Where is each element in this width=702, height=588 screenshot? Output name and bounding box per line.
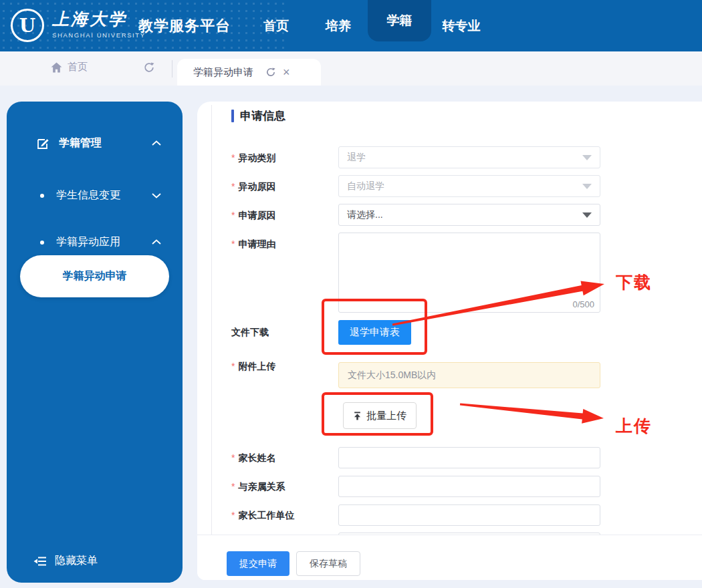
breadcrumb-home[interactable]: 首页 (51, 61, 88, 74)
sidebar-group-student-status-management[interactable]: 学籍管理 (7, 136, 183, 150)
caret-down-icon (582, 212, 592, 218)
content-area: 学籍管理 学生信息变更 学籍异动应用 学籍异动申请 (0, 86, 702, 588)
chevron-up-icon (152, 239, 161, 245)
bullet-icon (40, 194, 44, 198)
nav-item-home[interactable]: 首页 (256, 0, 296, 51)
tab-label: 学籍异动申请 (193, 66, 253, 79)
change-category-value: 退学 (347, 152, 582, 164)
field-label-file-download: 文件下载 (231, 325, 338, 339)
document-edit-icon (36, 137, 49, 150)
home-icon (51, 62, 62, 73)
required-marker: * (231, 481, 235, 492)
change-reason-select: 自动退学 (338, 175, 600, 197)
parent-name-input[interactable] (338, 447, 600, 468)
breadcrumb-home-label: 首页 (68, 61, 88, 74)
field-label-parent-employer: *家长工作单位 (231, 508, 338, 522)
application-statement-textarea[interactable] (339, 233, 600, 297)
change-category-select: 退学 (338, 146, 600, 168)
required-marker: * (231, 239, 235, 249)
nav-item-change-major[interactable]: 转专业 (433, 0, 489, 51)
save-draft-button[interactable]: 保存草稿 (296, 551, 360, 576)
sidebar: 学籍管理 学生信息变更 学籍异动应用 学籍异动申请 (7, 102, 183, 583)
logo-letter: U (19, 15, 35, 37)
application-reason-select[interactable]: 请选择... (338, 204, 600, 226)
nav-item-student-status-active[interactable]: 学籍 (368, 0, 431, 41)
submit-application-button[interactable]: 提交申请 (227, 551, 289, 576)
change-reason-value: 自动退学 (347, 180, 582, 192)
required-marker: * (231, 152, 235, 163)
required-marker: * (231, 181, 235, 192)
application-reason-value: 请选择... (347, 209, 582, 221)
sidebar-item-student-info-change[interactable]: 学生信息变更 (7, 188, 183, 202)
upload-size-hint: 文件大小15.0MB以内 (338, 362, 600, 388)
section-title-text: 申请信息 (240, 108, 285, 124)
parent-employer-input[interactable] (338, 504, 600, 526)
relationship-input[interactable] (338, 476, 600, 497)
upload-icon (353, 412, 362, 420)
hide-menu-label: 隐藏菜单 (55, 554, 98, 568)
form-footer: 提交申请 保存草稿 (197, 535, 702, 580)
char-counter: 0/500 (572, 299, 594, 309)
collapse-menu-icon (33, 556, 47, 567)
tab-divider (172, 60, 172, 78)
top-header: U 上海大学 SHANGHAI UNIVERSITY 教学服务平台 首页 培养 … (0, 0, 702, 51)
sidebar-item-status-change-apps[interactable]: 学籍异动应用 (7, 235, 183, 249)
main-panel: 申请信息 *异动类别 退学 *异动原因 自动退学 (197, 102, 702, 580)
download-withdrawal-form-button[interactable]: 退学申请表 (338, 320, 411, 345)
sidebar-item-label: 学籍异动应用 (56, 235, 120, 249)
batch-upload-button[interactable]: 批量上传 (343, 402, 417, 429)
caret-down-icon (582, 155, 592, 160)
field-label-relationship: *与亲属关系 (231, 480, 338, 493)
bullet-icon (40, 241, 44, 245)
sidebar-group-label: 学籍管理 (59, 136, 102, 150)
required-marker: * (231, 361, 235, 372)
field-label-attachment-upload: *附件上传 (231, 359, 338, 373)
sidebar-item-status-change-application-active[interactable]: 学籍异动申请 (20, 255, 169, 297)
tab-refresh-icon[interactable] (265, 67, 276, 78)
university-name-en: SHANGHAI UNIVERSITY (52, 31, 146, 39)
platform-title: 教学服务平台 (138, 16, 231, 36)
tab-close-icon[interactable]: × (283, 66, 290, 78)
field-label-application-statement: *申请理由 (231, 237, 338, 251)
chevron-up-icon (152, 140, 161, 146)
field-label-application-reason: *申请原因 (231, 208, 338, 222)
application-form: 申请信息 *异动类别 退学 *异动原因 自动退学 (211, 105, 702, 535)
tab-bar: 首页 学籍异动申请 × (0, 51, 702, 86)
section-title-bar (231, 110, 234, 122)
nav-item-training[interactable]: 培养 (318, 0, 358, 51)
field-label-change-reason: *异动原因 (231, 180, 338, 193)
required-marker: * (231, 210, 235, 220)
field-label-parent-name: *家长姓名 (231, 451, 338, 464)
upload-field: 批量上传 (343, 402, 605, 429)
university-logo: U (11, 9, 44, 42)
file-download-field: 退学申请表 (338, 320, 600, 345)
required-marker: * (231, 452, 235, 463)
tab-student-status-change[interactable]: 学籍异动申请 × (177, 59, 321, 86)
university-name-cn: 上海大学 (52, 9, 146, 29)
sidebar-item-label: 学生信息变更 (56, 188, 120, 202)
caret-down-icon (582, 184, 592, 189)
app-window: U 上海大学 SHANGHAI UNIVERSITY 教学服务平台 首页 培养 … (0, 0, 702, 588)
application-statement-field: 0/500 (338, 233, 600, 313)
refresh-icon[interactable] (143, 61, 155, 74)
section-title: 申请信息 (231, 108, 285, 124)
hide-menu-button[interactable]: 隐藏菜单 (33, 554, 98, 568)
required-marker: * (231, 510, 235, 521)
chevron-down-icon (152, 192, 161, 198)
university-name-block: 上海大学 SHANGHAI UNIVERSITY (52, 9, 146, 39)
field-label-change-category: *异动类别 (231, 151, 338, 164)
